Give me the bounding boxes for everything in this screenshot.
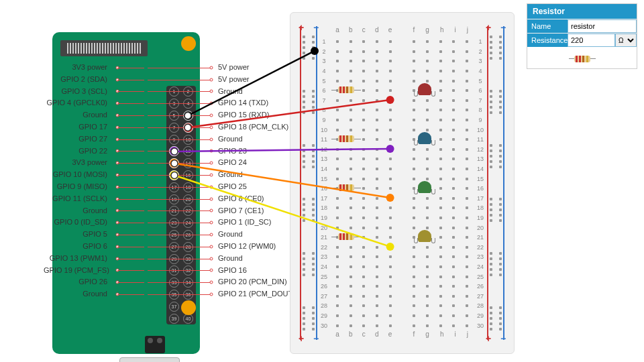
- name-label: Name: [527, 19, 568, 33]
- gpio-label-19: GPIO 10 (MOSI): [44, 169, 144, 181]
- gpio-label-15: GPIO 22: [44, 145, 144, 158]
- gpio-header: 1234567891011121314151617181920212223242…: [166, 86, 196, 324]
- panel-title: Resistor: [527, 4, 637, 19]
- gpio-labels-left: 3V3 powerGPIO 2 (SDA)GPIO 3 (SCL)GPIO 4 …: [44, 62, 144, 300]
- gpio-pin-38[interactable]: 38: [183, 302, 193, 312]
- led-yellow[interactable]: [418, 230, 431, 242]
- gpio-label-25: Ground: [44, 205, 144, 217]
- resistor-icon: [527, 47, 637, 68]
- property-panel: Resistor Name Resistance Ω: [527, 3, 637, 69]
- pi-display-connector: [60, 40, 148, 56]
- led-blue[interactable]: [418, 132, 431, 144]
- breadboard-main: abcde 1234567891011121314151617181920212…: [331, 26, 474, 340]
- gpio-label-21: GPIO 9 (MISO): [44, 181, 144, 193]
- gpio-label-27: GPIO 0 (ID_SD): [44, 217, 144, 229]
- gpio-pin-40[interactable]: 40: [183, 314, 193, 324]
- resistor-3[interactable]: [331, 184, 361, 192]
- gpio-label-17: 3V3 power: [44, 157, 144, 169]
- pi-chip: [145, 336, 165, 353]
- gpio-label-11: GPIO 17: [44, 121, 144, 133]
- gpio-label-5: GPIO 3 (SCL): [44, 86, 144, 98]
- gpio-label-1: 3V3 power: [44, 62, 144, 74]
- resistor-1[interactable]: [331, 86, 361, 94]
- gpio-pin-39[interactable]: 39: [169, 314, 179, 324]
- breadboard[interactable]: + − + − + − + − abcde 123456789101112131…: [290, 12, 515, 354]
- gpio-label-33: GPIO 13 (PWM1): [44, 253, 144, 265]
- gpio-label-9: Ground: [44, 109, 144, 121]
- led-green[interactable]: [418, 181, 431, 193]
- resistor-4[interactable]: [331, 233, 361, 241]
- led-red[interactable]: [418, 83, 431, 95]
- resistance-input[interactable]: [568, 34, 615, 47]
- gpio-pin-37[interactable]: 37: [169, 302, 179, 312]
- gpio-label-39: Ground: [44, 288, 144, 300]
- gpio-label-35: GPIO 19 (PCM_FS): [44, 265, 144, 277]
- name-input[interactable]: [568, 19, 637, 33]
- breadboard-rail-right: + − + −: [486, 26, 506, 340]
- gpio-label-7: GPIO 4 (GPCLK0): [44, 97, 144, 109]
- gpio-label-23: GPIO 11 (SCLK): [44, 193, 144, 205]
- gpio-label-31: GPIO 6: [44, 241, 144, 253]
- gpio-label-13: GPIO 27: [44, 133, 144, 145]
- gpio-label-29: GPIO 5: [44, 229, 144, 241]
- resistance-unit-select[interactable]: Ω: [615, 34, 637, 47]
- resistor-2[interactable]: [331, 135, 361, 143]
- gpio-label-37: GPIO 26: [44, 276, 144, 288]
- gpio-label-3: GPIO 2 (SDA): [44, 74, 144, 86]
- resistance-label: Resistance: [527, 34, 568, 47]
- pi-usb-port: [119, 357, 180, 362]
- breadboard-rail-left: + − + −: [299, 26, 319, 340]
